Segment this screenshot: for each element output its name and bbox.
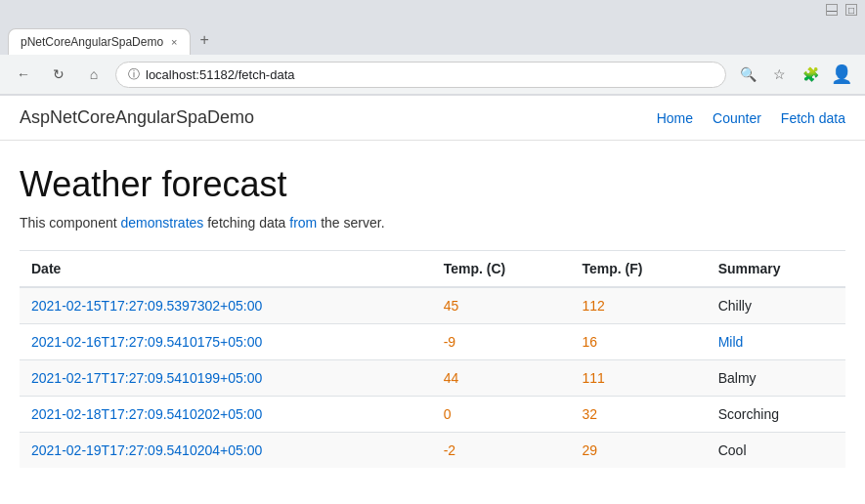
cell-date: 2021-02-15T17:27:09.5397302+05:00 bbox=[20, 287, 432, 324]
table-row: 2021-02-15T17:27:09.5397302+05:0045112Ch… bbox=[20, 287, 845, 324]
table-row: 2021-02-16T17:27:09.5410175+05:00-916Mil… bbox=[20, 324, 845, 360]
weather-table: Date Temp. (C) Temp. (F) Summary 2021-02… bbox=[20, 250, 845, 468]
table-body: 2021-02-15T17:27:09.5397302+05:0045112Ch… bbox=[20, 287, 845, 468]
desc-from: from bbox=[289, 215, 317, 231]
browser-toolbar: ← ↻ ⌂ ⓘ 🔍 ☆ 🧩 👤 bbox=[0, 55, 865, 95]
cell-tempc: -9 bbox=[432, 324, 571, 360]
desc-part1: This component bbox=[20, 215, 121, 231]
nav-fetch-link[interactable]: Fetch data bbox=[781, 110, 845, 126]
cell-tempc: 45 bbox=[432, 287, 571, 324]
bookmark-icon[interactable]: ☆ bbox=[765, 61, 793, 88]
cell-date: 2021-02-17T17:27:09.5410199+05:00 bbox=[20, 360, 432, 397]
col-summary: Summary bbox=[707, 251, 845, 288]
minimize-button[interactable]: — bbox=[826, 4, 838, 16]
browser-titlebar: — □ bbox=[0, 0, 865, 20]
home-button[interactable]: ⌂ bbox=[80, 61, 108, 88]
main-content: Weather forecast This component demonstr… bbox=[0, 141, 865, 491]
table-header-row: Date Temp. (C) Temp. (F) Summary bbox=[20, 251, 845, 288]
url-input[interactable] bbox=[146, 67, 714, 82]
nav-counter-link[interactable]: Counter bbox=[713, 110, 761, 126]
browser-tabs: pNetCoreAngularSpaDemo × + bbox=[0, 20, 865, 55]
extension-icon[interactable]: 🧩 bbox=[797, 61, 824, 88]
cell-tempf: 111 bbox=[570, 360, 706, 397]
profile-icon[interactable]: 👤 bbox=[828, 61, 855, 88]
refresh-button[interactable]: ↻ bbox=[45, 61, 72, 88]
tab-title: pNetCoreAngularSpaDemo bbox=[21, 35, 163, 49]
cell-summary: Mild bbox=[707, 324, 845, 360]
col-date: Date bbox=[20, 251, 432, 288]
desc-part2: fetching data bbox=[203, 215, 289, 231]
col-tempf: Temp. (F) bbox=[570, 251, 706, 288]
cell-tempc: 0 bbox=[432, 397, 571, 433]
cell-date: 2021-02-16T17:27:09.5410175+05:00 bbox=[20, 324, 432, 360]
maximize-button[interactable]: □ bbox=[845, 4, 857, 16]
app-nav: Home Counter Fetch data bbox=[657, 110, 845, 126]
brand-link[interactable]: AspNetCoreAngularSpaDemo bbox=[20, 107, 254, 128]
cell-summary: Cool bbox=[707, 433, 845, 469]
cell-tempf: 16 bbox=[570, 324, 706, 360]
table-row: 2021-02-19T17:27:09.5410204+05:00-229Coo… bbox=[20, 433, 845, 469]
cell-tempc: 44 bbox=[432, 360, 571, 397]
new-tab-button[interactable]: + bbox=[191, 25, 219, 55]
cell-date: 2021-02-19T17:27:09.5410204+05:00 bbox=[20, 433, 432, 469]
cell-tempf: 29 bbox=[570, 433, 706, 469]
cell-summary: Chilly bbox=[707, 287, 845, 324]
cell-summary: Scorching bbox=[707, 397, 845, 433]
lock-icon: ⓘ bbox=[128, 66, 140, 83]
table-row: 2021-02-18T17:27:09.5410202+05:00032Scor… bbox=[20, 397, 845, 433]
browser-chrome: — □ pNetCoreAngularSpaDemo × + ← ↻ ⌂ ⓘ 🔍… bbox=[0, 0, 865, 96]
cell-tempc: -2 bbox=[432, 433, 571, 469]
nav-home-link[interactable]: Home bbox=[657, 110, 693, 126]
page-title: Weather forecast bbox=[20, 164, 845, 205]
app-navbar: AspNetCoreAngularSpaDemo Home Counter Fe… bbox=[0, 96, 865, 141]
tab-close-button[interactable]: × bbox=[171, 36, 177, 48]
col-tempc: Temp. (C) bbox=[432, 251, 571, 288]
table-head: Date Temp. (C) Temp. (F) Summary bbox=[20, 251, 845, 288]
cell-tempf: 32 bbox=[570, 397, 706, 433]
active-tab[interactable]: pNetCoreAngularSpaDemo × bbox=[8, 28, 191, 55]
cell-tempf: 112 bbox=[570, 287, 706, 324]
toolbar-icons: 🔍 ☆ 🧩 👤 bbox=[734, 61, 855, 88]
table-row: 2021-02-17T17:27:09.5410199+05:0044111Ba… bbox=[20, 360, 845, 397]
cell-date: 2021-02-18T17:27:09.5410202+05:00 bbox=[20, 397, 432, 433]
cell-summary: Balmy bbox=[707, 360, 845, 397]
back-button[interactable]: ← bbox=[10, 61, 37, 88]
address-bar[interactable]: ⓘ bbox=[115, 62, 726, 88]
search-icon[interactable]: 🔍 bbox=[734, 61, 761, 88]
page-description: This component demonstrates fetching dat… bbox=[20, 215, 845, 231]
desc-highlight: demonstrates bbox=[121, 215, 204, 231]
desc-part4: the server. bbox=[317, 215, 384, 231]
